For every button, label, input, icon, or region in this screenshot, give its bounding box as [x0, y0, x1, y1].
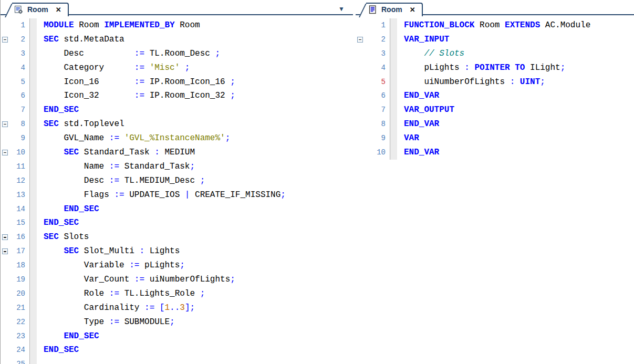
tab-room-module[interactable]: Room ✕ — [12, 3, 69, 16]
code-line[interactable]: 23 END_SEC — [1, 329, 353, 344]
line-number: 13 — [9, 188, 29, 202]
code-text[interactable]: Variable := pLights; — [37, 258, 353, 273]
code-line[interactable]: 24END_SEC — [1, 343, 353, 357]
line-number: 4 — [364, 61, 390, 75]
code-line[interactable]: 14 END_SEC — [1, 202, 353, 216]
code-line[interactable]: 10 SEC Standard_Task : MEDIUM — [1, 145, 353, 160]
code-line[interactable]: 21 Cardinality := [1..3]; — [1, 301, 353, 315]
code-text[interactable] — [37, 357, 353, 364]
code-line[interactable]: 7VAR_OUTPUT — [356, 103, 634, 117]
tab-list-dropdown-icon[interactable]: ▼ — [338, 5, 345, 13]
code-text[interactable]: uiNumberOfLights : UINT; — [397, 75, 634, 89]
collapse-minus-icon[interactable] — [2, 121, 8, 127]
left-editor-pane: Room ✕ ▼ 1MODULE Room IMPLEMENTED_BY Roo… — [0, 0, 353, 364]
code-line[interactable]: 15END_SEC — [1, 216, 353, 230]
code-text[interactable]: END_VAR — [397, 89, 634, 103]
code-text[interactable]: END_VAR — [397, 117, 634, 131]
fold-margin — [1, 329, 9, 344]
code-text[interactable]: SEC Standard_Task : MEDIUM — [37, 145, 353, 160]
gutter-margin-strip — [29, 89, 37, 103]
code-text[interactable]: Desc := TL.Room_Desc ; — [37, 47, 353, 61]
collapse-minus-icon[interactable] — [2, 234, 8, 240]
code-token: := — [134, 91, 144, 100]
code-text[interactable]: Type := SUBMODULE; — [37, 315, 353, 329]
line-number: 2 — [9, 33, 29, 47]
close-tab-icon[interactable]: ✕ — [410, 6, 415, 14]
code-text[interactable]: FUNCTION_BLOCK Room EXTENDS AC.Module — [397, 18, 634, 33]
code-text[interactable]: pLights : POINTER TO ILight; — [397, 61, 634, 75]
tab-room-function-block[interactable]: Room ✕ — [366, 3, 423, 16]
code-line[interactable]: 6END_VAR — [356, 89, 634, 103]
close-tab-icon[interactable]: ✕ — [56, 6, 61, 14]
line-number: 9 — [9, 131, 29, 145]
code-text[interactable]: // Slots — [397, 47, 634, 61]
code-line[interactable]: 4 pLights : POINTER TO ILight; — [356, 61, 634, 75]
line-number: 6 — [9, 89, 29, 103]
code-text[interactable]: VAR_INPUT — [397, 33, 634, 47]
code-line[interactable]: 13 Flags := UPDATE_IOS | CREATE_IF_MISSI… — [1, 188, 353, 202]
collapse-minus-icon[interactable] — [2, 150, 8, 155]
collapse-minus-icon[interactable] — [357, 37, 363, 43]
code-line[interactable]: 6 Icon_32 := IP.Room_Icon_32 ; — [1, 89, 353, 103]
code-text[interactable]: END_SEC — [37, 343, 353, 357]
code-text[interactable]: END_SEC — [37, 216, 353, 230]
gutter-margin-strip — [29, 287, 37, 301]
code-text[interactable]: VAR_OUTPUT — [397, 103, 634, 117]
code-line[interactable]: 12 Desc := TL.MEDIUM_Desc ; — [1, 174, 353, 188]
code-line[interactable]: 3 // Slots — [356, 47, 634, 61]
code-text[interactable]: Desc := TL.MEDIUM_Desc ; — [37, 174, 353, 188]
line-number: 7 — [9, 103, 29, 117]
code-text[interactable]: SEC std.Toplevel — [37, 117, 353, 131]
code-line[interactable]: 25 — [1, 357, 353, 364]
code-text[interactable]: SEC Slots — [37, 230, 353, 244]
code-text[interactable]: Icon_16 := IP.Room_Icon_16 ; — [37, 75, 353, 89]
code-text[interactable]: SEC std.MetaData — [37, 33, 353, 47]
code-line[interactable]: 17 SEC Slot_Multi : Lights — [1, 244, 353, 258]
code-text[interactable]: END_VAR — [397, 145, 634, 160]
code-text[interactable]: VAR — [397, 131, 634, 145]
code-text[interactable]: SEC Slot_Multi : Lights — [37, 244, 353, 258]
code-line[interactable]: 11 Name := Standard_Task; — [1, 160, 353, 174]
code-line[interactable]: 1MODULE Room IMPLEMENTED_BY Room — [1, 18, 353, 33]
code-token: Room — [74, 20, 105, 30]
gutter-margin-strip — [390, 145, 397, 160]
code-line[interactable]: 5 uiNumberOfLights : UINT; — [356, 75, 634, 89]
code-line[interactable]: 22 Type := SUBMODULE; — [1, 315, 353, 329]
code-text[interactable]: Role := TL.Lights_Role ; — [37, 287, 353, 301]
code-line[interactable]: 5 Icon_16 := IP.Room_Icon_16 ; — [1, 75, 353, 89]
line-number: 21 — [9, 301, 29, 315]
code-line[interactable]: 20 Role := TL.Lights_Role ; — [1, 287, 353, 301]
code-line[interactable]: 16SEC Slots — [1, 230, 353, 244]
code-line[interactable]: 18 Variable := pLights; — [1, 258, 353, 273]
code-line[interactable]: 2SEC std.MetaData — [1, 33, 353, 47]
code-line[interactable]: 10END_VAR — [356, 145, 634, 160]
code-text[interactable]: GVL_Name := 'GVL_%InstanceName%'; — [37, 131, 353, 145]
code-line[interactable]: 4 Category := 'Misc' ; — [1, 61, 353, 75]
code-line[interactable]: 3 Desc := TL.Room_Desc ; — [1, 47, 353, 61]
code-line[interactable]: 19 Var_Count := uiNumberOfLights; — [1, 273, 353, 287]
code-line[interactable]: 2VAR_INPUT — [356, 33, 634, 47]
code-token: ; — [190, 162, 195, 171]
code-text[interactable]: Flags := UPDATE_IOS | CREATE_IF_MISSING; — [37, 188, 353, 202]
code-text[interactable]: Category := 'Misc' ; — [37, 61, 353, 75]
code-line[interactable]: 7END_SEC — [1, 103, 353, 117]
code-text[interactable]: Var_Count := uiNumberOfLights; — [37, 273, 353, 287]
code-token: Name — [44, 162, 109, 171]
code-text[interactable]: Name := Standard_Task; — [37, 160, 353, 174]
code-text[interactable]: MODULE Room IMPLEMENTED_BY Room — [37, 18, 353, 33]
code-line[interactable]: 8SEC std.Toplevel — [1, 117, 353, 131]
collapse-minus-icon[interactable] — [2, 248, 8, 254]
code-line[interactable]: 9VAR — [356, 131, 634, 145]
code-line[interactable]: 9 GVL_Name := 'GVL_%InstanceName%'; — [1, 131, 353, 145]
code-token: ; — [200, 176, 205, 185]
code-line[interactable]: 8END_VAR — [356, 117, 634, 131]
code-text[interactable]: END_SEC — [37, 329, 353, 344]
gutter-margin-strip — [29, 160, 37, 174]
code-text[interactable]: Cardinality := [1..3]; — [37, 301, 353, 315]
collapse-minus-icon[interactable] — [2, 37, 8, 43]
code-text[interactable]: END_SEC — [37, 202, 353, 216]
code-token: END_SEC — [64, 204, 99, 214]
code-line[interactable]: 1FUNCTION_BLOCK Room EXTENDS AC.Module — [356, 18, 634, 33]
code-text[interactable]: Icon_32 := IP.Room_Icon_32 ; — [37, 89, 353, 103]
code-text[interactable]: END_SEC — [37, 103, 353, 117]
